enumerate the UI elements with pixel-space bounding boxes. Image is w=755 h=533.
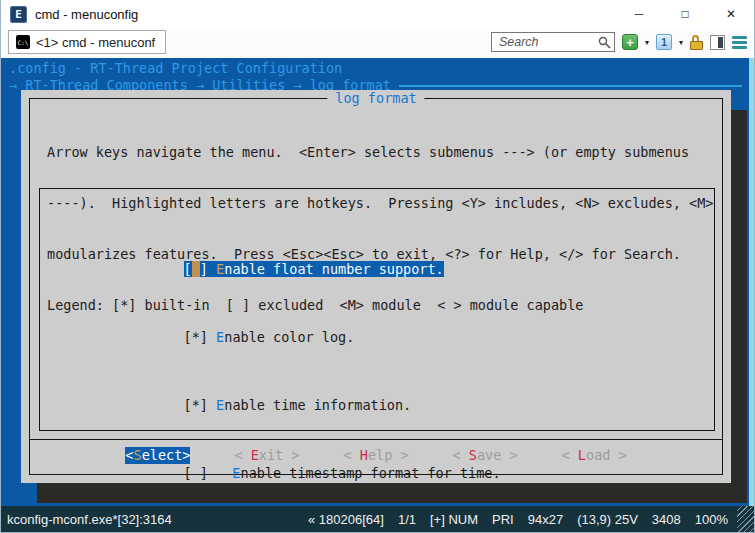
tab-label: <1> cmd - menuconf <box>36 35 155 50</box>
dialog-separator <box>29 439 723 440</box>
menuconfig-dialog: log format Arrow keys navigate the menu.… <box>21 90 731 483</box>
window-switch-dropdown-icon[interactable]: ▾ <box>679 38 683 47</box>
menu-item-color-log[interactable]: [*] Enable color log. <box>86 312 501 329</box>
status-priority: PRI <box>492 512 514 527</box>
status-bar: kconfig-mconf.exe*[32]:3164 « 180206[64]… <box>1 506 754 532</box>
load-button[interactable]: < Load > <box>562 447 627 464</box>
conemu-icon: E <box>10 6 27 23</box>
tabbar-controls: + ▾ 1 ▾ <box>491 32 750 52</box>
status-console-size: 94x27 <box>528 512 563 527</box>
config-header: .config - RT-Thread Project Configuratio… <box>9 60 342 77</box>
help-line: Arrow keys navigate the menu. <Enter> se… <box>47 144 713 161</box>
status-misc: 3408 <box>652 512 681 527</box>
tab-bar: C:\ <1> cmd - menuconf + ▾ 1 ▾ <box>1 28 754 58</box>
status-cursor-pos: (13,9) 25V <box>577 512 638 527</box>
console-window-icon[interactable] <box>710 35 725 50</box>
search-icon <box>598 36 611 49</box>
window-title: cmd - menuconfig <box>35 7 138 22</box>
dialog-title: log format <box>327 90 424 107</box>
conemu-icon-glyph: E <box>15 8 22 21</box>
hotkey-letter: S <box>133 447 141 463</box>
close-button[interactable]: ✕ <box>708 0 754 28</box>
selected-row: [ ] Enable float number support. <box>184 261 444 277</box>
breadcrumb-rule <box>399 85 742 87</box>
tab-cmd-menuconf[interactable]: C:\ <1> cmd - menuconf <box>8 30 166 54</box>
exit-button[interactable]: < Exit > <box>234 447 299 464</box>
new-console-button[interactable]: + <box>622 34 638 50</box>
hotkey-letter: H <box>360 447 368 463</box>
menu-icon[interactable] <box>732 36 747 49</box>
search-input[interactable] <box>497 34 598 50</box>
search-box[interactable] <box>491 32 615 52</box>
cmd-icon: C:\ <box>16 35 30 49</box>
maximize-button[interactable]: □ <box>662 0 708 28</box>
checkbox-state <box>192 465 200 481</box>
status-page: 1/1 <box>398 512 416 527</box>
terminal-cursor <box>192 261 200 277</box>
status-zoom: 100% <box>695 512 728 527</box>
dialog-buttons: <Select> < Exit > < Help > < Save > < Lo… <box>21 447 731 464</box>
save-button[interactable]: < Save > <box>453 447 518 464</box>
hotkey-letter: L <box>578 447 586 463</box>
hotkey-letter: E <box>232 465 240 481</box>
menu-item-time-info[interactable]: [*] Enable time information. <box>86 380 501 397</box>
new-console-dropdown-icon[interactable]: ▾ <box>645 38 649 47</box>
hotkey-letter: E <box>251 447 259 463</box>
status-fields: « 180206[64] 1/1 [+] NUM PRI 94x27 (13,9… <box>308 512 728 527</box>
titlebar: E cmd - menuconfig ─ □ ✕ <box>1 0 754 28</box>
checkbox-state: * <box>192 397 200 413</box>
lock-icon[interactable] <box>690 35 703 50</box>
app-window: E cmd - menuconfig ─ □ ✕ C:\ <1> cmd - m… <box>0 0 755 533</box>
select-button[interactable]: <Select> <box>125 447 190 464</box>
checkbox-state: * <box>192 329 200 345</box>
minimize-button[interactable]: ─ <box>616 0 662 28</box>
window-controls: ─ □ ✕ <box>616 0 754 28</box>
help-button[interactable]: < Help > <box>343 447 408 464</box>
status-process: kconfig-mconf.exe*[32]:3164 <box>7 512 172 527</box>
menu-listbox: [ ] Enable float number support. [*] Ena… <box>39 188 715 431</box>
window-switch-button[interactable]: 1 <box>656 34 672 50</box>
hotkey-letter: S <box>469 447 477 463</box>
status-scroll-pos: « 180206[64] <box>308 512 384 527</box>
scrollbar[interactable] <box>749 58 754 506</box>
terminal: .config - RT-Thread Project Configuratio… <box>1 58 754 506</box>
status-numlock: [+] NUM <box>430 512 478 527</box>
resize-grip[interactable] <box>737 506 754 532</box>
menu-item-float-support[interactable]: [ ] Enable float number support. <box>86 244 501 261</box>
